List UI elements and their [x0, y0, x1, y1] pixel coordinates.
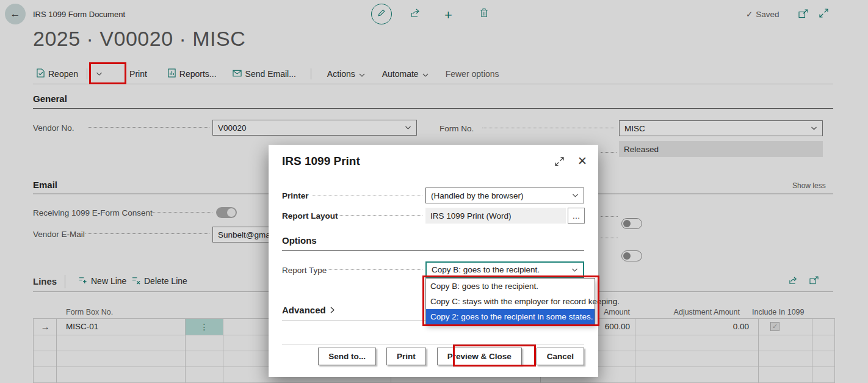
leader-dots: [328, 261, 422, 270]
dialog-print-button[interactable]: Print: [386, 348, 426, 365]
dropdown-option-copy-b[interactable]: Copy B: goes to the recipient.: [426, 279, 595, 294]
cancel-button[interactable]: Cancel: [537, 348, 584, 365]
printer-label: Printer: [282, 191, 309, 200]
printer-value: (Handled by the browser): [431, 191, 524, 200]
chevron-right-icon: [330, 305, 335, 315]
dropdown-option-copy-2[interactable]: Copy 2: goes to the recipient in some st…: [426, 309, 595, 324]
dialog-close-icon[interactable]: ✕: [577, 157, 587, 169]
printer-select[interactable]: (Handled by the browser): [425, 188, 584, 203]
send-to-button[interactable]: Send to...: [318, 348, 376, 365]
leader-dots: [338, 207, 422, 216]
irs-1099-print-dialog: IRS 1099 Print ✕ Printer (Handled by the…: [269, 145, 598, 377]
report-type-value: Copy B: goes to the recipient.: [432, 265, 540, 274]
dialog-footer: Send to... Print Preview & Close Cancel: [318, 348, 584, 365]
footer-rule: [282, 344, 584, 345]
dialog-title: IRS 1099 Print: [282, 155, 360, 168]
report-type-label: Report Type: [282, 266, 327, 275]
advanced-expander[interactable]: Advanced: [282, 305, 335, 315]
leader-dots: [313, 187, 422, 195]
options-heading: Options: [282, 235, 317, 246]
chevron-down-icon[interactable]: [571, 268, 578, 272]
report-layout-value: IRS 1099 Print (Word): [430, 211, 512, 221]
dropdown-option-copy-c[interactable]: Copy C: stays with the employer for reco…: [426, 294, 595, 309]
dialog-resize-icon[interactable]: [555, 157, 564, 169]
report-layout-more-button[interactable]: …: [568, 208, 585, 224]
report-type-select[interactable]: Copy B: goes to the recipient.: [425, 261, 584, 278]
advanced-label: Advanced: [282, 305, 326, 315]
preview-and-close-button[interactable]: Preview & Close: [437, 348, 522, 365]
report-type-dropdown-list: Copy B: goes to the recipient. Copy C: s…: [425, 278, 595, 325]
ellipsis-icon: …: [573, 211, 580, 221]
report-layout-label: Report Layout: [282, 211, 338, 221]
options-rule: [282, 250, 584, 251]
app-window: ← IRS 1099 Form Document + ✓ Saved: [0, 0, 868, 383]
report-layout-field: IRS 1099 Print (Word): [425, 208, 566, 224]
chevron-down-icon[interactable]: [572, 194, 579, 197]
